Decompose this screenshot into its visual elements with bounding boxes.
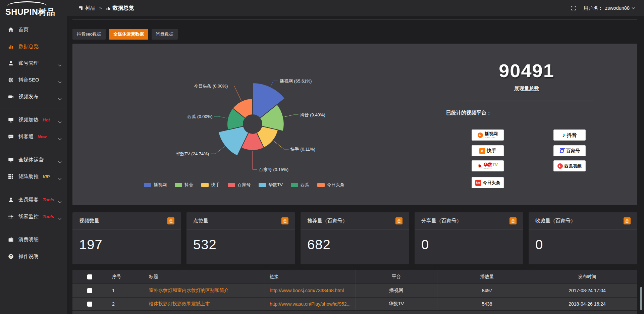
app-logo[interactable]: SHUPIN树品 <box>0 0 67 21</box>
legend-item-西瓜[interactable]: 西瓜 <box>291 182 309 188</box>
sidebar-item-matrix-boost[interactable]: 矩阵助推VIP <box>0 168 67 185</box>
home-icon <box>8 27 14 33</box>
sidebar-item-account-manage[interactable]: 账号管理 <box>0 55 67 71</box>
sidebar-item-douketong[interactable]: 抖客通New <box>0 128 67 145</box>
rose-pie-chart: 播视网 (65.61%)抖音 (9.40%)快手 (0.11%)百家号 (0.1… <box>72 44 416 205</box>
chevron-down-icon <box>58 96 62 98</box>
legend-label: 西瓜 <box>301 182 309 188</box>
legend-label: 华数TV <box>268 182 283 188</box>
legend-label: 快手 <box>211 182 220 188</box>
pie-label-line <box>253 151 257 169</box>
sidebar-item-video-heat[interactable]: 视频加热Hot <box>0 111 67 128</box>
stat-card-recommend-count: 推荐量（百家号）总682 <box>301 212 409 264</box>
stat-card-header: 推荐量（百家号）总 <box>301 212 409 230</box>
sidebar-item-label: 数据总览 <box>18 43 39 50</box>
tab-media-operation-data[interactable]: 全媒体运营数据 <box>109 29 148 40</box>
table-row: 2楼体投影灯投影效果震撼上市http://www.wasu.cn/Play/sh… <box>72 297 637 310</box>
video-link[interactable]: http://www.boosj.com/7338468.html <box>270 288 344 293</box>
sidebar-item-video-publish[interactable]: 视频发布 <box>0 88 67 105</box>
cell-link: http://www.wasu.cn/Play/show/id/952... <box>265 298 356 310</box>
sidebar-item-expense-detail[interactable]: 消费明细 <box>0 231 67 248</box>
pie-slice-华数TV[interactable] <box>218 126 249 156</box>
sidebar-item-clue-monitor[interactable]: 线索监控Tools <box>0 208 67 225</box>
platform-badge-toutiao: 头条今日头条 <box>472 177 504 188</box>
stat-card-like-count: 点赞量总532 <box>186 212 295 264</box>
barchart-icon <box>8 44 14 49</box>
cell-time: 2017-08-24 17:04 <box>537 284 637 297</box>
legend-item-今日头条[interactable]: 今日头条 <box>317 182 344 188</box>
scrollbar-thumb[interactable] <box>640 287 642 310</box>
stat-card-value: 682 <box>301 230 409 252</box>
sidebar-divider <box>0 145 67 151</box>
sidebar-item-member-baoke[interactable]: 会员爆客Tools <box>0 191 67 208</box>
sidebar-divider <box>0 225 67 231</box>
stat-card-value: 532 <box>186 230 295 252</box>
legend-item-华数TV[interactable]: 华数TV <box>259 182 283 188</box>
chevron-down-icon <box>58 138 62 140</box>
total-impressions-value: 90491 <box>416 60 637 82</box>
chart-legend: 播视网抖音快手百家号华数TV西瓜今日头条 <box>72 182 416 188</box>
help-icon: ? <box>8 254 14 259</box>
sidebar-item-label: 会员爆客 <box>18 197 39 203</box>
table-header-cell: 序号 <box>107 270 144 283</box>
tab-inquiry-data[interactable]: 询盘数据 <box>152 29 178 40</box>
legend-item-抖音[interactable]: 抖音 <box>175 182 193 188</box>
stat-card-share-count: 分享量（百家号）总0 <box>415 212 523 264</box>
sidebar-item-operation-guide[interactable]: ?操作说明 <box>0 248 67 265</box>
select-all-checkbox[interactable] <box>87 274 92 279</box>
platform-badge-xigua: ▶西瓜视频 <box>553 160 586 171</box>
platform-badge-kuaishou: 8快手 <box>472 145 504 156</box>
legend-chip <box>144 183 151 187</box>
row-checkbox[interactable] <box>87 302 92 307</box>
pie-label-line <box>211 147 224 154</box>
total-badge: 总 <box>509 217 517 224</box>
sidebar-item-label: 视频发布 <box>18 94 39 100</box>
stat-card-video-count: 视频数量总197 <box>72 212 181 264</box>
chevron-down-icon <box>58 175 62 178</box>
header-divider <box>72 19 637 20</box>
video-link[interactable]: http://www.wasu.cn/Play/show/id/952... <box>270 301 351 307</box>
table-header-cell: 链接 <box>265 270 356 283</box>
monitor-icon <box>8 157 14 163</box>
pie-label-line <box>229 86 241 101</box>
stat-card-header: 分享量（百家号）总 <box>415 212 523 230</box>
summary-section: 90491 展现量总数 已统计的视频平台： ▶播视网boosj.com8快手✸华… <box>416 44 637 205</box>
cell-time: 2018-04-26 16:24 <box>537 298 637 310</box>
legend-chip <box>291 183 298 187</box>
member-icon <box>8 197 14 203</box>
stat-card-title: 推荐量（百家号） <box>307 218 347 224</box>
legend-item-快手[interactable]: 快手 <box>201 182 220 188</box>
chevron-down-icon <box>58 98 62 100</box>
cell-seq: 2 <box>107 298 144 310</box>
stat-card-header: 点赞量总 <box>186 212 295 230</box>
sidebar-item-data-overview[interactable]: 数据总览 <box>0 38 67 55</box>
stat-card-value: 0 <box>415 230 523 252</box>
row-checkbox[interactable] <box>87 288 92 293</box>
sidebar-item-badge: VIP <box>43 174 50 179</box>
cell-seq: 1 <box>107 284 144 297</box>
sidebar-item-douyin-seo[interactable]: 抖音SEO <box>0 71 67 88</box>
logo-arc-icon <box>7 1 47 6</box>
legend-label: 播视网 <box>154 182 167 188</box>
stat-card-favorite-count: 收藏量（百家号）总0 <box>529 212 637 264</box>
sidebar-item-home[interactable]: 首页 <box>0 21 67 38</box>
cell-title[interactable]: 室外水纹灯和室内水纹灯的区别和简介 <box>144 284 265 297</box>
tab-douyin-seo-data[interactable]: 抖音seo数据 <box>72 29 106 40</box>
wallet-icon <box>8 237 14 243</box>
stat-card-header: 视频数量总 <box>72 212 181 230</box>
cell-title[interactable]: 楼体投影灯投影效果震撼上市 <box>144 298 265 310</box>
cell-plays: 5438 <box>437 298 537 310</box>
total-badge: 总 <box>167 217 174 224</box>
sidebar-item-media-operation[interactable]: 全媒体运营 <box>0 151 67 168</box>
douyin-logo-icon: ♪ <box>562 132 565 139</box>
sliders-icon <box>8 214 14 219</box>
gear-icon <box>8 77 14 83</box>
sidebar-item-badge: Tools <box>43 214 54 219</box>
legend-item-百家号[interactable]: 百家号 <box>228 182 251 188</box>
chevron-down-icon <box>58 81 62 84</box>
wallet-icon <box>8 237 14 243</box>
pie-label: 今日头条 (0.00%) <box>194 84 228 89</box>
cell-platform: 播视网 <box>356 284 437 297</box>
member-icon <box>8 197 14 203</box>
legend-item-播视网[interactable]: 播视网 <box>144 182 167 188</box>
